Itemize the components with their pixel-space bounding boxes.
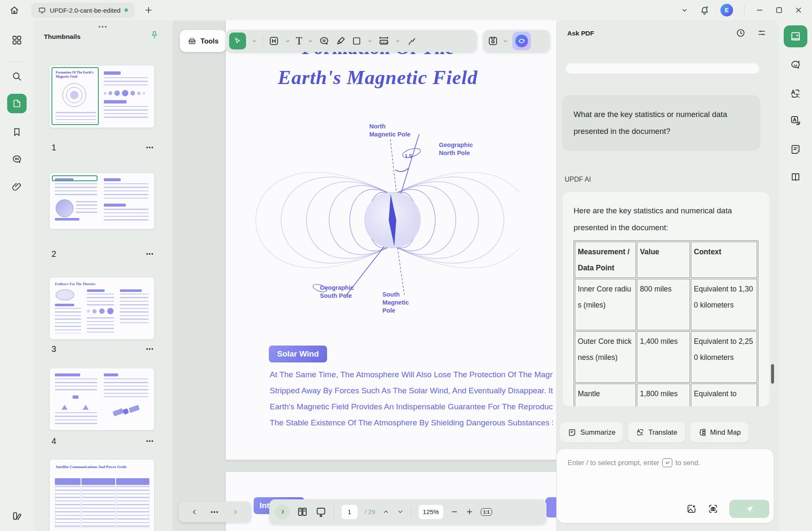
ask-pdf-panel: Ask PDF What are the key statistics or n… bbox=[556, 20, 779, 531]
pin-icon[interactable] bbox=[150, 30, 159, 40]
search-icon[interactable] bbox=[11, 71, 22, 82]
history-clock-icon[interactable] bbox=[736, 28, 746, 38]
thumbnail-page-5[interactable]: Satellite Communications And Power Grids bbox=[50, 460, 154, 531]
text-tool-icon[interactable]: T bbox=[296, 35, 302, 47]
thumb2-text-skeleton bbox=[104, 209, 149, 221]
next-arrow-icon[interactable] bbox=[231, 508, 239, 516]
maximize-icon[interactable] bbox=[775, 6, 783, 14]
table-header: Value bbox=[637, 242, 690, 278]
save-chevron-icon[interactable] bbox=[503, 38, 508, 44]
sidebar-item-thumbnails[interactable] bbox=[7, 94, 27, 113]
ai-assistant-button[interactable] bbox=[512, 32, 531, 50]
avatar[interactable]: E bbox=[720, 4, 733, 16]
translate-page-icon[interactable] bbox=[790, 88, 801, 99]
heading-tool-icon[interactable] bbox=[268, 35, 279, 46]
thumb2-menu[interactable]: ••• bbox=[146, 251, 154, 257]
thumbnail-page-1[interactable]: Formation Of The Earth's Magnetic Field bbox=[50, 65, 154, 128]
expand-chevron-icon[interactable] bbox=[275, 505, 290, 519]
right-sidebar bbox=[779, 20, 812, 531]
thumb3-text-skeleton bbox=[87, 294, 114, 305]
translate-label: Translate bbox=[648, 428, 677, 436]
ai-summary-icon[interactable] bbox=[790, 144, 801, 155]
thumb3-text-skeleton bbox=[87, 317, 114, 333]
table-cell: 1,400 miles bbox=[637, 331, 690, 383]
thumb5-table-header bbox=[55, 478, 149, 485]
prev-arrow-icon[interactable] bbox=[191, 508, 198, 516]
shape-chevron-icon[interactable] bbox=[367, 38, 373, 44]
actual-size-button[interactable]: 1:1 bbox=[481, 508, 492, 516]
screenshot-camera-icon[interactable] bbox=[708, 504, 718, 514]
label-south-magnetic-pole: South Magnetic Pole bbox=[382, 291, 409, 315]
text-chevron-icon[interactable] bbox=[308, 38, 313, 44]
body-text-line: Stripped Away By Forces Such As The Sola… bbox=[270, 386, 553, 395]
send-button[interactable] bbox=[729, 500, 769, 518]
reader-book-button[interactable] bbox=[784, 25, 807, 47]
ai-chat-icon[interactable] bbox=[790, 59, 801, 71]
summarize-note-icon bbox=[568, 428, 577, 437]
thumbnail-page-2[interactable] bbox=[50, 173, 154, 229]
add-image-icon[interactable] bbox=[686, 504, 697, 514]
save-icon[interactable] bbox=[487, 35, 498, 46]
thumb2-chip bbox=[104, 178, 121, 181]
body-text-line: The Stable Existence Of The Atmosphere B… bbox=[270, 418, 553, 428]
panel-drag-handle[interactable]: ••• bbox=[34, 24, 173, 30]
mind-map-button[interactable]: Mind Map bbox=[690, 422, 749, 443]
chat-input[interactable]: Enter / to select prompt, enter to send. bbox=[557, 449, 774, 523]
translate-icon bbox=[636, 428, 644, 437]
translate-button[interactable]: Translate bbox=[628, 422, 685, 443]
tools-label: Tools bbox=[200, 37, 219, 45]
body-text-line: At The Same Time, The Atmosphere Will Al… bbox=[270, 370, 553, 379]
select-tool-button[interactable] bbox=[229, 33, 246, 49]
ai-name: UPDF AI bbox=[565, 176, 591, 183]
attachments-paperclip-icon[interactable] bbox=[12, 182, 22, 192]
user-question-bubble: What are the key statistics or numerical… bbox=[562, 95, 761, 151]
thumb4-text-skeleton bbox=[104, 379, 149, 397]
thumbnail-page-4[interactable] bbox=[50, 368, 154, 430]
presentation-icon[interactable] bbox=[315, 506, 327, 517]
minimize-icon[interactable] bbox=[755, 6, 764, 14]
answer-intro: Here are the key statistics and numerica… bbox=[574, 202, 758, 236]
shape-tool-icon[interactable] bbox=[352, 36, 362, 46]
close-icon[interactable] bbox=[794, 6, 803, 14]
ai-swirl-icon bbox=[515, 35, 528, 47]
chevron-down-icon[interactable] bbox=[680, 6, 689, 14]
pdf-page-1[interactable]: Formation Of The Earth's Magnetic Field bbox=[226, 20, 556, 460]
summarize-button[interactable]: Summarize bbox=[560, 422, 623, 443]
page-number-input[interactable]: 1 bbox=[341, 505, 357, 519]
comment-tool-icon[interactable] bbox=[319, 35, 330, 46]
page-up-icon[interactable] bbox=[382, 508, 390, 515]
heading-chevron-icon[interactable] bbox=[285, 38, 290, 44]
quick-actions: Summarize Translate Mind Map bbox=[560, 422, 749, 443]
home-icon[interactable] bbox=[9, 5, 19, 15]
nav-more-menu[interactable]: ••• bbox=[211, 509, 219, 515]
measure-tool-icon[interactable] bbox=[378, 35, 390, 47]
new-tab-icon[interactable] bbox=[144, 5, 153, 15]
reading-layout-icon[interactable] bbox=[790, 172, 801, 183]
select-tool-chevron-icon[interactable] bbox=[252, 38, 257, 44]
notifications-bell-icon[interactable] bbox=[700, 5, 709, 15]
settings-sliders-icon[interactable] bbox=[757, 28, 767, 38]
enter-key-icon bbox=[662, 458, 672, 467]
thumbnail-page-3[interactable]: Evidence For The Theories bbox=[50, 278, 154, 339]
two-page-view-icon[interactable] bbox=[297, 506, 308, 517]
measure-chevron-icon[interactable] bbox=[395, 38, 401, 44]
comments-icon[interactable] bbox=[11, 154, 22, 165]
tools-button[interactable]: Tools bbox=[180, 30, 226, 52]
zoom-in-icon[interactable] bbox=[466, 508, 474, 516]
thumb3-menu[interactable]: ••• bbox=[146, 346, 154, 352]
zoom-level[interactable]: 125% bbox=[419, 505, 443, 519]
document-canvas[interactable]: Formation Of The Earth's Magnetic Field bbox=[173, 20, 556, 531]
highlighter-tool-icon[interactable] bbox=[335, 35, 346, 46]
label-geographic-south-pole: Geographic South Pole bbox=[320, 284, 354, 300]
thumb4-menu[interactable]: ••• bbox=[146, 438, 154, 444]
scrollbar-thumb[interactable] bbox=[771, 364, 774, 384]
swatches-icon[interactable] bbox=[11, 510, 23, 522]
translate-selection-icon[interactable] bbox=[790, 115, 801, 126]
document-tab[interactable]: UPDF-2.0-cant-be-edited bbox=[31, 3, 135, 18]
page-down-icon[interactable] bbox=[397, 508, 404, 515]
apps-grid-icon[interactable] bbox=[11, 35, 22, 46]
bookmark-icon[interactable] bbox=[12, 127, 22, 137]
thumb1-menu[interactable]: ••• bbox=[146, 144, 154, 150]
signature-tool-icon[interactable] bbox=[406, 36, 417, 46]
zoom-out-icon[interactable] bbox=[450, 508, 458, 516]
